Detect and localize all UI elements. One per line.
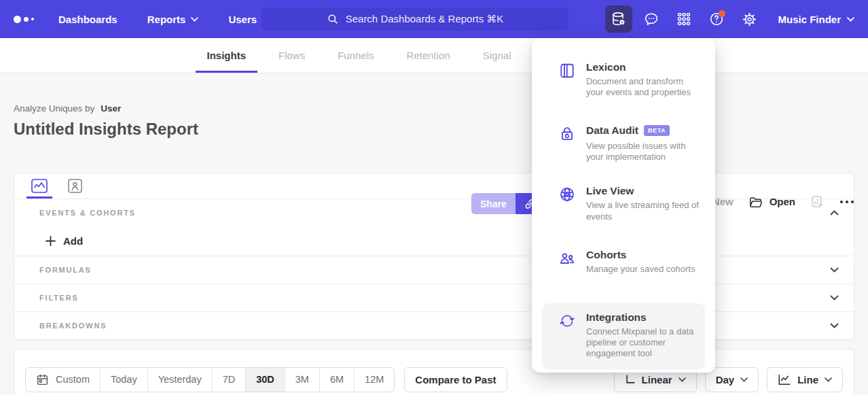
cohorts-title: Cohorts xyxy=(586,249,695,261)
chart-type-select-label: Line xyxy=(797,374,818,385)
tab-funnels-label: Funnels xyxy=(338,50,374,61)
gear-icon xyxy=(742,12,757,27)
tab-retention[interactable]: Retention xyxy=(395,38,462,73)
open-report-button[interactable]: Open xyxy=(748,195,795,209)
users-view-tab[interactable] xyxy=(60,173,89,199)
menu-item-live-view[interactable]: Live View View a live streaming feed of … xyxy=(542,177,705,230)
live-view-description: View a live streaming feed of events xyxy=(586,200,699,222)
subtitle-value-selector[interactable]: User xyxy=(101,103,121,114)
date-range-12m[interactable]: 12M xyxy=(354,368,394,392)
new-button-label: New xyxy=(712,196,734,207)
chart-add-icon xyxy=(810,194,825,209)
subtitle-prefix: Analyze Uniques by xyxy=(14,103,94,114)
mixpanel-logo-icon[interactable] xyxy=(14,16,34,23)
share-button[interactable]: Share xyxy=(471,193,516,214)
data-audit-title: Data Audit xyxy=(586,124,638,137)
add-to-dashboard-button[interactable] xyxy=(810,194,825,209)
date-range-12m-label: 12M xyxy=(365,374,384,385)
integrations-sync-icon xyxy=(558,312,576,330)
open-button-label: Open xyxy=(770,196,795,207)
nav-reports[interactable]: Reports xyxy=(147,14,199,25)
formulas-section-header[interactable]: FORMULAS xyxy=(14,256,854,284)
metrics-view-tab[interactable] xyxy=(25,173,54,199)
date-range-custom-label: Custom xyxy=(56,374,90,385)
formulas-label: FORMULAS xyxy=(39,266,92,274)
menu-item-integrations[interactable]: Integrations Connect Mixpanel to a data … xyxy=(542,303,705,370)
tab-flows[interactable]: Flows xyxy=(267,38,317,73)
date-range-7d[interactable]: 7D xyxy=(212,368,246,392)
date-range-selector: Custom Today Yesterday 7D 30D 3M 6M 12M xyxy=(25,367,395,392)
apps-grid-button[interactable] xyxy=(670,5,698,33)
folder-icon xyxy=(748,195,763,209)
date-range-today-label: Today xyxy=(111,374,137,385)
chevron-down-icon xyxy=(191,17,198,22)
compare-to-past-label: Compare to Past xyxy=(415,374,496,385)
chart-type-select[interactable]: Line xyxy=(767,367,843,392)
linear-axes-icon xyxy=(625,374,636,385)
search-placeholder: Search Dashboards & Reports ⌘K xyxy=(346,13,504,25)
project-switcher[interactable]: Music Finder xyxy=(778,14,854,25)
menu-item-lexicon[interactable]: Lexicon Document and transform your even… xyxy=(542,53,705,106)
scale-select-label: Linear xyxy=(642,374,672,385)
live-view-title: Live View xyxy=(586,185,699,197)
nav-dashboards[interactable]: Dashboards xyxy=(58,14,117,25)
breakdowns-section-header[interactable]: BREAKDOWNS xyxy=(14,311,854,339)
tab-funnels[interactable]: Funnels xyxy=(326,38,385,73)
tab-signal-label: Signal xyxy=(483,50,511,61)
date-range-yesterday[interactable]: Yesterday xyxy=(147,368,212,392)
date-range-30d-label: 30D xyxy=(256,374,274,385)
chevron-down-icon xyxy=(740,377,748,382)
search-input[interactable]: Search Dashboards & Reports ⌘K xyxy=(261,7,568,31)
data-management-button[interactable] xyxy=(605,5,632,33)
menu-item-data-audit[interactable]: Data Audit BETA View possible issues wit… xyxy=(542,116,705,171)
filters-section-header[interactable]: FILTERS xyxy=(14,284,854,311)
data-audit-lock-icon xyxy=(558,125,576,143)
collapse-section-button[interactable] xyxy=(830,210,839,216)
nav-users-label: Users xyxy=(228,14,257,25)
data-tools-dropdown: Lexicon Document and transform your even… xyxy=(532,38,715,373)
date-range-30d[interactable]: 30D xyxy=(245,368,285,392)
tab-signal[interactable]: Signal xyxy=(471,38,523,73)
line-chart-tab-icon xyxy=(31,179,48,193)
filters-label: FILTERS xyxy=(39,294,79,302)
tab-insights-label: Insights xyxy=(207,50,247,61)
date-range-6m-label: 6M xyxy=(330,374,344,385)
beta-badge: BETA xyxy=(644,125,670,136)
date-range-7d-label: 7D xyxy=(223,374,236,385)
report-title[interactable]: Untitled Insights Report xyxy=(14,120,854,139)
compare-to-past-button[interactable]: Compare to Past xyxy=(404,367,507,392)
granularity-select-label: Day xyxy=(716,374,735,385)
live-view-globe-icon xyxy=(558,186,576,203)
add-event-button[interactable]: Add xyxy=(14,226,854,256)
lexicon-description: Document and transform your events and p… xyxy=(586,76,699,98)
search-icon xyxy=(327,13,339,25)
chevron-down-icon xyxy=(830,323,839,328)
chevron-down-icon xyxy=(830,295,839,300)
granularity-select[interactable]: Day xyxy=(705,367,759,392)
report-tab-bar: Insights Flows Funnels Retention Signal … xyxy=(0,38,868,73)
menu-item-cohorts[interactable]: Cohorts Manage your saved cohorts xyxy=(542,241,705,283)
tab-retention-label: Retention xyxy=(407,50,450,61)
chart-controls-panel: Custom Today Yesterday 7D 30D 3M 6M 12M … xyxy=(14,349,854,395)
more-dots-icon xyxy=(839,200,854,204)
nav-reports-label: Reports xyxy=(147,14,186,25)
date-range-custom[interactable]: Custom xyxy=(26,368,100,392)
date-range-yesterday-label: Yesterday xyxy=(158,374,202,385)
line-chart-icon xyxy=(778,374,791,385)
date-range-6m[interactable]: 6M xyxy=(319,368,354,392)
date-range-3m[interactable]: 3M xyxy=(285,368,319,392)
breakdowns-label: BREAKDOWNS xyxy=(39,322,107,330)
more-options-button[interactable] xyxy=(839,200,854,204)
cohorts-description: Manage your saved cohorts xyxy=(586,264,695,275)
chevron-down-icon xyxy=(847,17,854,22)
tab-insights[interactable]: Insights xyxy=(196,38,258,73)
feedback-button[interactable] xyxy=(638,5,665,33)
date-range-3m-label: 3M xyxy=(295,374,309,385)
date-range-today[interactable]: Today xyxy=(100,368,147,392)
tab-flows-label: Flows xyxy=(278,50,305,61)
settings-button[interactable] xyxy=(736,5,763,33)
nav-users[interactable]: Users xyxy=(228,14,257,25)
help-button[interactable] xyxy=(703,5,730,33)
user-tab-icon xyxy=(68,179,82,193)
events-cohorts-label: EVENTS & COHORTS xyxy=(39,209,136,217)
